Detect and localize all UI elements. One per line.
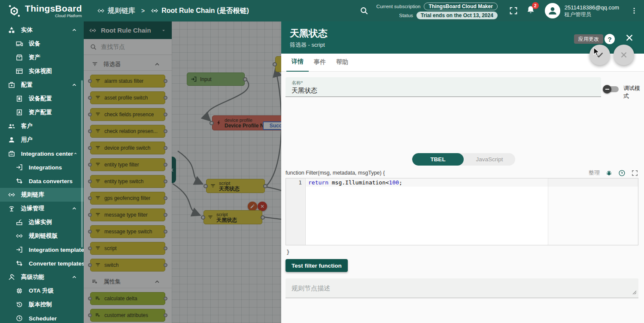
details-body: 名称* 调试模式 TBEL JavaScript function Filter… [281, 72, 644, 323]
name-field: 名称* [286, 77, 601, 97]
transform-icon [15, 260, 23, 267]
notifications-button[interactable]: 2 [526, 5, 535, 16]
tab-details[interactable]: 详情 [286, 58, 309, 72]
sidebar-item-converter-templates[interactable]: Converter templates [0, 257, 84, 270]
description-textarea[interactable] [286, 278, 638, 298]
tab-events[interactable]: 事件 [309, 58, 331, 71]
bug-icon[interactable] [605, 169, 613, 177]
sidebar-group-advanced-features[interactable]: 高级功能 [0, 270, 84, 284]
editor-gutter: 1 [286, 178, 306, 245]
user-icon [8, 136, 15, 144]
sidebar-item-rule-chain-templates[interactable]: 规则链模版 [0, 229, 84, 243]
chevron-up-icon [71, 274, 77, 280]
entity-views-icon [15, 67, 23, 75]
subscription-block: Current subscription ThingsBoard Cloud M… [377, 3, 498, 19]
breadcrumb-rule-chains[interactable]: 规则链库 [97, 6, 135, 15]
input-icon [15, 163, 23, 171]
sidebar-item-version-control[interactable]: 版本控制 [0, 298, 84, 311]
sidebar-item-devices[interactable]: 设备 [0, 37, 84, 51]
sidebar-group-entities[interactable]: 实体 [0, 23, 84, 37]
edge-antenna-icon [8, 205, 15, 212]
sidebar-item-edge-instances[interactable]: 边缘实例 [0, 215, 84, 229]
function-signature: function Filter(msg, metadata, msgType) … [286, 170, 385, 176]
top-bar: ThingsBoard Cloud Platform 规则链库 > Root R… [0, 0, 644, 21]
history-icon [15, 301, 23, 308]
details-header: 天黑状态 筛选器 - script 应用更改 ? [281, 21, 644, 54]
category-icon [8, 26, 15, 34]
edge-instance-icon [15, 218, 23, 226]
name-input[interactable] [292, 87, 595, 94]
discard-changes-button[interactable] [614, 45, 634, 65]
fullscreen-icon[interactable] [509, 6, 518, 15]
chevron-up-icon [71, 27, 77, 33]
debug-mode-toggle[interactable] [604, 86, 619, 92]
sidebar-group-edge-management[interactable]: 边缘管理 [0, 202, 84, 215]
name-label: 名称* [292, 80, 595, 86]
fullscreen-icon[interactable] [631, 169, 638, 177]
sidebar-item-ota-updates[interactable]: OTA 升级 [0, 284, 84, 298]
tidy-button[interactable]: 整理 [589, 169, 600, 177]
apply-changes-tooltip: 应用更改 [574, 34, 603, 44]
devices-icon [15, 40, 23, 48]
chip-icon [15, 287, 23, 295]
sidebar-item-data-converters[interactable]: Data converters [0, 174, 84, 188]
chevron-up-icon [71, 205, 77, 211]
tbel-button[interactable]: TBEL [412, 153, 464, 166]
more-menu-icon[interactable] [630, 6, 638, 15]
thingsboard-logo[interactable]: ThingsBoard Cloud Platform [0, 3, 84, 18]
sidebar-item-users[interactable]: 用户 [0, 133, 84, 147]
status-label: Status [399, 13, 413, 18]
sidebar-group-profiles[interactable]: 配置 [0, 78, 84, 92]
sidebar-item-rule-chains[interactable]: 规则链库 [0, 188, 84, 202]
help-circle-icon[interactable] [618, 169, 626, 177]
tools-icon [8, 273, 15, 281]
profiles-icon [8, 81, 15, 89]
user-info[interactable]: 2511418386@qq.com 租户管理员 [565, 4, 619, 18]
sidebar-item-assets[interactable]: 资产 [0, 51, 84, 64]
user-avatar-icon [547, 5, 558, 16]
logo-subtitle: Cloud Platform [55, 13, 82, 18]
code-line[interactable]: return msg.Illumination<100; [306, 178, 638, 245]
script-language-toggle: TBEL JavaScript [412, 153, 515, 166]
close-icon[interactable] [625, 33, 634, 42]
user-role: 租户管理员 [565, 11, 619, 18]
integrations-center-icon [8, 150, 15, 157]
sidebar-item-integration-templates[interactable]: Integration templates [0, 243, 84, 257]
avatar[interactable] [545, 3, 560, 18]
asset-profile-icon [15, 109, 23, 116]
rule-chain-icon [15, 232, 23, 240]
breadcrumb-separator: > [141, 7, 145, 14]
sidebar-scrollbar[interactable] [81, 80, 83, 248]
search-icon[interactable] [359, 6, 369, 15]
help-button[interactable]: ? [605, 34, 615, 44]
subscription-label: Current subscription [377, 4, 421, 9]
debug-mode-label: 调试模式 [623, 85, 644, 100]
input-icon [15, 246, 23, 254]
sidebar-item-integrations[interactable]: Integrations [0, 160, 84, 174]
code-editor[interactable]: 1 return msg.Illumination<100; [286, 178, 638, 245]
rule-chain-icon [8, 191, 15, 199]
line-number: 1 [298, 179, 302, 186]
thingsboard-app: ThingsBoard Cloud Platform 规则链库 > Root R… [0, 0, 644, 323]
rule-chain-icon [151, 7, 158, 15]
logo-title: ThingsBoard [25, 4, 82, 13]
trial-status-badge: Trial ends on the Oct 13, 2024 [416, 12, 498, 19]
sidebar-item-scheduler[interactable]: Scheduler [0, 311, 84, 323]
tab-help[interactable]: 帮助 [331, 58, 353, 71]
sidebar-item-entity-views[interactable]: 实体视图 [0, 64, 84, 78]
chevron-up-icon [71, 82, 77, 88]
customers-icon [8, 122, 15, 130]
javascript-button[interactable]: JavaScript [464, 153, 515, 166]
close-icon [619, 50, 629, 60]
subscription-plan-badge[interactable]: ThingsBoard Cloud Maker [424, 3, 497, 10]
chevron-up-icon [73, 151, 77, 157]
clock-icon [15, 314, 23, 322]
test-filter-function-button[interactable]: Test filter function [286, 259, 348, 272]
sidebar-group-integrations-center[interactable]: Integrations center [0, 147, 84, 160]
sidebar-item-customers[interactable]: 客户 [0, 119, 84, 133]
breadcrumb-current[interactable]: Root Rule Chain (是否根链) [151, 6, 249, 15]
details-subtitle: 筛选器 - script [290, 41, 325, 49]
thingsboard-logo-icon [7, 3, 22, 18]
sidebar-item-device-profiles[interactable]: 设备配置 [0, 92, 84, 106]
sidebar-item-asset-profiles[interactable]: 资产配置 [0, 106, 84, 119]
